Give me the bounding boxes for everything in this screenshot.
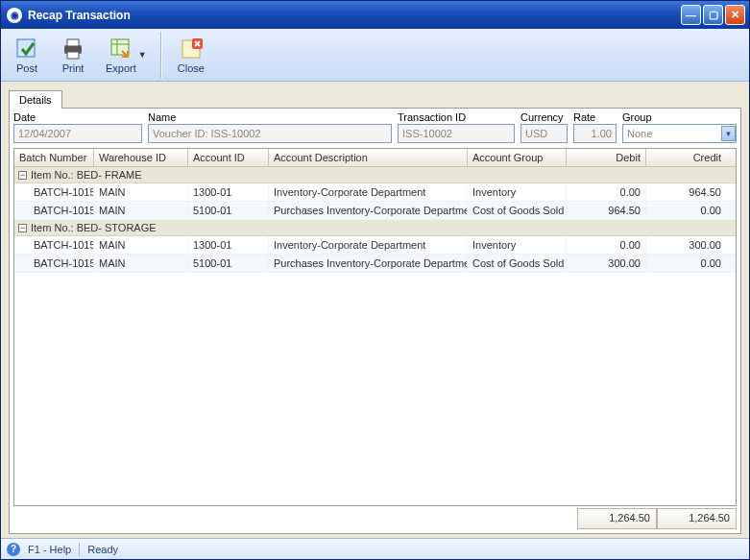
cell-account: 1300-01 (188, 236, 269, 254)
cell-batch: BATCH-1015 (14, 183, 94, 201)
cell-debit: 964.50 (567, 202, 646, 219)
export-icon (108, 36, 134, 62)
cell-credit: 0.00 (646, 255, 726, 272)
cell-debit: 0.00 (567, 236, 646, 254)
txid-input (398, 124, 515, 143)
cell-credit: 964.50 (646, 183, 726, 201)
app-icon: ◉ (7, 8, 22, 23)
export-button[interactable]: Export ▼ (97, 33, 156, 77)
cell-warehouse: MAIN (94, 255, 188, 272)
col-description[interactable]: Account Description (269, 149, 468, 166)
group-row[interactable]: −Item No.: BED- FRAME (14, 167, 736, 183)
cell-account: 1300-01 (188, 183, 269, 201)
cell-account: 5100-01 (188, 202, 269, 219)
collapse-icon[interactable]: − (18, 171, 27, 180)
svg-rect-3 (67, 52, 79, 59)
print-icon (60, 36, 86, 62)
group-label: Group (622, 111, 737, 123)
txid-label: Transaction ID (398, 111, 515, 123)
col-account-group[interactable]: Account Group (468, 149, 567, 166)
group-label: Item No.: BED- FRAME (31, 169, 142, 181)
name-label: Name (148, 111, 392, 123)
group-value: None (627, 128, 652, 139)
chevron-down-icon: ▼ (721, 126, 736, 141)
total-debit: 1,264.50 (577, 508, 657, 529)
svg-rect-2 (67, 39, 79, 46)
titlebar[interactable]: ◉ Recap Transaction — ▢ ✕ (1, 1, 749, 29)
post-label: Post (16, 62, 37, 74)
cell-desc: Purchases Inventory-Corporate Departme (269, 255, 468, 272)
close-window-button[interactable]: ✕ (725, 5, 745, 25)
form-row: Date Name Transaction ID Currency Rate (10, 109, 740, 145)
tab-details[interactable]: Details (9, 90, 62, 109)
total-credit: 1,264.50 (657, 508, 737, 529)
grid-header: Batch Number Warehouse ID Account ID Acc… (14, 149, 736, 167)
cell-credit: 0.00 (646, 202, 726, 219)
cell-batch: BATCH-1015 (14, 202, 94, 219)
currency-field: Currency (520, 111, 568, 143)
col-batch[interactable]: Batch Number (14, 149, 94, 166)
currency-label: Currency (520, 111, 568, 123)
name-field: Name (148, 111, 392, 143)
group-select[interactable]: None ▼ (622, 124, 737, 143)
cell-warehouse: MAIN (94, 183, 188, 201)
group-label: Item No.: BED- STORAGE (31, 222, 157, 233)
cell-batch: BATCH-1015 (14, 255, 94, 272)
details-panel: Date Name Transaction ID Currency Rate (9, 108, 741, 534)
cell-warehouse: MAIN (94, 202, 188, 219)
status-ready: Ready (87, 544, 118, 555)
cell-batch: BATCH-1015 (14, 236, 94, 254)
cell-group: Inventory (468, 236, 567, 254)
col-account[interactable]: Account ID (188, 149, 269, 166)
cell-group: Inventory (468, 183, 567, 201)
currency-input (520, 124, 568, 143)
close-icon (178, 36, 205, 62)
cell-desc: Inventory-Corporate Department (269, 236, 468, 254)
table-row[interactable]: BATCH-1015MAIN1300-01Inventory-Corporate… (14, 236, 736, 255)
cell-credit: 300.00 (646, 236, 726, 254)
col-credit[interactable]: Credit (646, 149, 726, 166)
help-icon[interactable]: ? (7, 543, 20, 556)
col-debit[interactable]: Debit (567, 149, 646, 166)
table-row[interactable]: BATCH-1015MAIN5100-01Purchases Inventory… (14, 202, 736, 220)
post-button[interactable]: Post (5, 33, 49, 77)
content-area: Details Date Name Transaction ID Currenc… (1, 82, 749, 538)
minimize-button[interactable]: — (681, 5, 701, 25)
group-row[interactable]: −Item No.: BED- STORAGE (14, 220, 736, 236)
statusbar: ? F1 - Help Ready (1, 538, 749, 559)
date-label: Date (13, 111, 142, 123)
export-dropdown-icon[interactable]: ▼ (138, 50, 147, 60)
cell-group: Cost of Goods Sold (468, 255, 567, 272)
cell-account: 5100-01 (188, 255, 269, 272)
window-buttons: — ▢ ✕ (681, 5, 745, 25)
table-row[interactable]: BATCH-1015MAIN1300-01Inventory-Corporate… (14, 183, 736, 202)
status-separator (79, 543, 80, 556)
grid-body[interactable]: −Item No.: BED- FRAMEBATCH-1015MAIN1300-… (14, 167, 736, 505)
export-label: Export (106, 62, 136, 74)
collapse-icon[interactable]: − (18, 224, 27, 232)
cell-desc: Inventory-Corporate Department (269, 183, 468, 201)
col-warehouse[interactable]: Warehouse ID (94, 149, 188, 166)
table-row[interactable]: BATCH-1015MAIN5100-01Purchases Inventory… (14, 255, 736, 273)
cell-warehouse: MAIN (94, 236, 188, 254)
rate-field: Rate (573, 111, 617, 143)
cell-group: Cost of Goods Sold (468, 202, 567, 219)
cell-debit: 300.00 (567, 255, 646, 272)
toolbar-separator (159, 32, 165, 78)
print-button[interactable]: Print (51, 33, 95, 77)
grid: Batch Number Warehouse ID Account ID Acc… (13, 148, 737, 506)
txid-field: Transaction ID (398, 111, 515, 143)
post-icon (13, 36, 40, 62)
window-frame: ◉ Recap Transaction — ▢ ✕ Post Print (0, 0, 750, 560)
rate-input (573, 124, 617, 143)
name-input (148, 124, 392, 143)
close-label: Close (178, 62, 205, 74)
status-help: F1 - Help (28, 544, 71, 555)
totals-row: 1,264.50 1,264.50 (13, 508, 737, 529)
cell-desc: Purchases Inventory-Corporate Departme (269, 202, 468, 219)
toolbar: Post Print Export ▼ Close (1, 29, 749, 82)
maximize-button[interactable]: ▢ (703, 5, 723, 25)
window-title: Recap Transaction (28, 9, 681, 22)
cell-debit: 0.00 (567, 183, 646, 201)
close-button[interactable]: Close (169, 33, 213, 77)
